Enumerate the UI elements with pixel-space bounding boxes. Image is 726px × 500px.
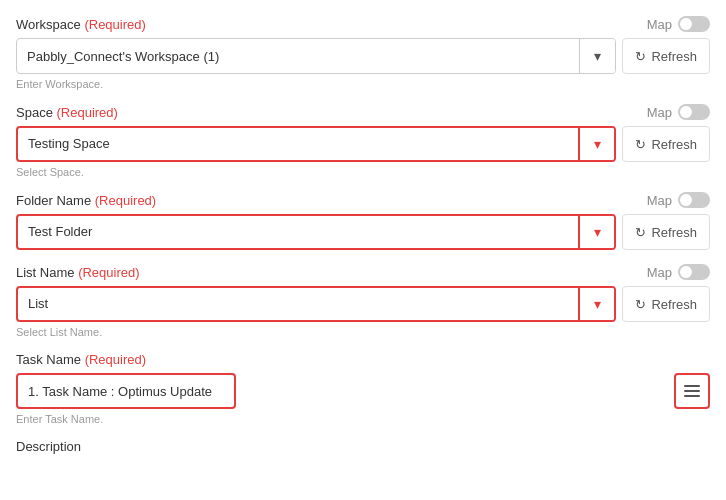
workspace-value: Pabbly_Connect's Workspace (1): [17, 49, 579, 64]
list-map-row: Map: [647, 264, 710, 280]
folder-refresh-button[interactable]: ↻ Refresh: [622, 214, 710, 250]
list-value: List: [18, 287, 578, 321]
list-section: List Name (Required) Map List ▾ ↻ Refres…: [16, 264, 710, 338]
folder-value: Test Folder: [18, 215, 578, 249]
list-label: List Name (Required): [16, 265, 140, 280]
list-label-row: List Name (Required) Map: [16, 264, 710, 280]
space-select[interactable]: Testing Space ▾: [16, 126, 616, 162]
workspace-refresh-icon: ↻: [635, 49, 646, 64]
space-refresh-icon: ↻: [635, 137, 646, 152]
workspace-label: Workspace (Required): [16, 17, 146, 32]
space-map-label: Map: [647, 105, 672, 120]
taskname-menu-button[interactable]: [674, 373, 710, 409]
taskname-label-text: Task Name: [16, 352, 81, 367]
folder-dropdown-arrow[interactable]: ▾: [578, 216, 614, 248]
workspace-map-row: Map: [647, 16, 710, 32]
space-label-row: Space (Required) Map: [16, 104, 710, 120]
space-section: Space (Required) Map Testing Space ▾ ↻ R…: [16, 104, 710, 178]
list-select[interactable]: List ▾: [16, 286, 616, 322]
list-map-toggle[interactable]: [678, 264, 710, 280]
space-value: Testing Space: [18, 127, 578, 161]
folder-label: Folder Name (Required): [16, 193, 156, 208]
folder-refresh-icon: ↻: [635, 225, 646, 240]
workspace-map-toggle[interactable]: [678, 16, 710, 32]
folder-required: (Required): [95, 193, 156, 208]
list-refresh-button[interactable]: ↻ Refresh: [622, 286, 710, 322]
workspace-required: (Required): [84, 17, 145, 32]
description-label: Description: [16, 439, 81, 454]
list-required: (Required): [78, 265, 139, 280]
space-map-row: Map: [647, 104, 710, 120]
folder-map-row: Map: [647, 192, 710, 208]
taskname-section: Task Name (Required) 1. Task Name : Opti…: [16, 352, 710, 425]
list-map-label: Map: [647, 265, 672, 280]
menu-line-2: [684, 390, 700, 392]
taskname-value: 1. Task Name : Optimus Update: [28, 384, 212, 399]
list-refresh-icon: ↻: [635, 297, 646, 312]
folder-map-toggle[interactable]: [678, 192, 710, 208]
folder-select[interactable]: Test Folder ▾: [16, 214, 616, 250]
workspace-select[interactable]: Pabbly_Connect's Workspace (1) ▾: [16, 38, 616, 74]
taskname-label: Task Name (Required): [16, 352, 146, 367]
list-hint: Select List Name.: [16, 326, 710, 338]
space-refresh-button[interactable]: ↻ Refresh: [622, 126, 710, 162]
folder-label-text: Folder Name: [16, 193, 91, 208]
folder-label-row: Folder Name (Required) Map: [16, 192, 710, 208]
folder-map-label: Map: [647, 193, 672, 208]
taskname-required: (Required): [85, 352, 146, 367]
space-required: (Required): [57, 105, 118, 120]
workspace-input-row: Pabbly_Connect's Workspace (1) ▾ ↻ Refre…: [16, 38, 710, 74]
menu-line-3: [684, 395, 700, 397]
folder-refresh-label: Refresh: [651, 225, 697, 240]
workspace-section: Workspace (Required) Map Pabbly_Connect'…: [16, 16, 710, 90]
space-dropdown-arrow[interactable]: ▾: [578, 128, 614, 160]
space-label-text: Space: [16, 105, 53, 120]
space-input-row: Testing Space ▾ ↻ Refresh: [16, 126, 710, 162]
taskname-input-row: 1. Task Name : Optimus Update: [16, 373, 710, 409]
taskname-input[interactable]: 1. Task Name : Optimus Update: [16, 373, 236, 409]
folder-input-row: Test Folder ▾ ↻ Refresh: [16, 214, 710, 250]
space-hint: Select Space.: [16, 166, 710, 178]
workspace-map-label: Map: [647, 17, 672, 32]
workspace-refresh-label: Refresh: [651, 49, 697, 64]
workspace-hint: Enter Workspace.: [16, 78, 710, 90]
menu-line-1: [684, 385, 700, 387]
list-label-text: List Name: [16, 265, 75, 280]
workspace-dropdown-arrow[interactable]: ▾: [579, 39, 615, 73]
workspace-label-row: Workspace (Required) Map: [16, 16, 710, 32]
workspace-refresh-button[interactable]: ↻ Refresh: [622, 38, 710, 74]
folder-section: Folder Name (Required) Map Test Folder ▾…: [16, 192, 710, 250]
taskname-label-row: Task Name (Required): [16, 352, 710, 367]
space-map-toggle[interactable]: [678, 104, 710, 120]
space-label: Space (Required): [16, 105, 118, 120]
list-input-row: List ▾ ↻ Refresh: [16, 286, 710, 322]
list-dropdown-arrow[interactable]: ▾: [578, 288, 614, 320]
list-refresh-label: Refresh: [651, 297, 697, 312]
space-refresh-label: Refresh: [651, 137, 697, 152]
taskname-hint: Enter Task Name.: [16, 413, 710, 425]
description-section: Description: [16, 439, 710, 454]
workspace-label-text: Workspace: [16, 17, 81, 32]
